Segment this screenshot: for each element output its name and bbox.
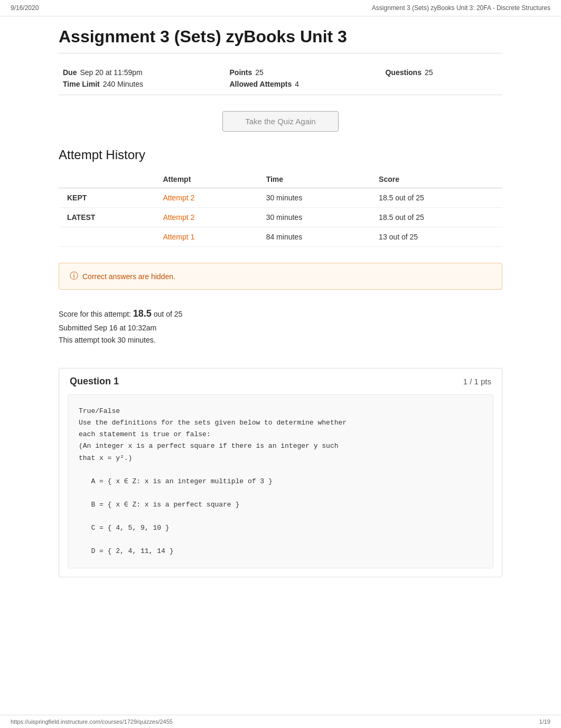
meta-allowed-attempts-label: Allowed Attempts	[230, 80, 292, 88]
attempt-row-attempt[interactable]: Attempt 2	[154, 188, 257, 208]
meta-time-limit-value: 240 Minutes	[103, 80, 143, 88]
attempt-row-label: LATEST	[59, 208, 154, 227]
table-row: Attempt 184 minutes13 out of 25	[59, 227, 502, 247]
score-number: 18.5	[133, 308, 152, 319]
question-1-body: True/False Use the definitions for the s…	[68, 394, 493, 568]
notice-icon: ⓘ	[70, 271, 78, 282]
top-bar-breadcrumb: Assignment 3 (Sets) zyBooks Unit 3: 20FA…	[372, 4, 550, 12]
col-header-attempt: Attempt	[154, 171, 257, 188]
attempt-row-time: 30 minutes	[258, 208, 370, 227]
meta-time-limit-label: Time Limit	[63, 80, 100, 88]
score-section: Score for this attempt: 18.5 out of 25 S…	[59, 300, 502, 357]
meta-allowed-attempts-value: 4	[295, 80, 299, 88]
attempt-row-label	[59, 227, 154, 247]
attempt-row-score: 18.5 out of 25	[370, 188, 502, 208]
attempt-row-attempt[interactable]: Attempt 1	[154, 227, 257, 247]
page-title: Assignment 3 (Sets) zyBooks Unit 3	[59, 27, 502, 53]
meta-due-value: Sep 20 at 11:59pm	[80, 68, 142, 77]
score-out-of: out of 25	[154, 310, 183, 318]
meta-due: Due Sep 20 at 11:59pm	[63, 68, 209, 77]
col-header-label	[59, 171, 154, 188]
col-header-score: Score	[370, 171, 502, 188]
meta-questions: Questions 25	[385, 68, 498, 77]
meta-table: Due Sep 20 at 11:59pm Points 25 Question…	[59, 62, 502, 95]
question-1-header: Question 1 1 / 1 pts	[59, 368, 502, 394]
question-1-points: 1 / 1 pts	[463, 377, 491, 386]
score-label: Score for this attempt:	[59, 310, 131, 318]
meta-allowed-attempts: Allowed Attempts 4	[230, 80, 364, 88]
attempt-row-time: 30 minutes	[258, 188, 370, 208]
meta-points-value: 25	[255, 68, 264, 77]
question-1-title: Question 1	[70, 376, 119, 387]
top-bar-date: 9/16/2020	[11, 4, 39, 12]
attempt-table: Attempt Time Score KEPTAttempt 230 minut…	[59, 171, 502, 247]
meta-due-label: Due	[63, 68, 77, 77]
top-bar: 9/16/2020 Assignment 3 (Sets) zyBooks Un…	[0, 0, 561, 16]
main-content: Assignment 3 (Sets) zyBooks Unit 3 Due S…	[43, 16, 518, 598]
question-1-block: Question 1 1 / 1 pts True/False Use the …	[59, 368, 502, 577]
col-header-time: Time	[258, 171, 370, 188]
attempt-row-time: 84 minutes	[258, 227, 370, 247]
meta-time-limit: Time Limit 240 Minutes	[63, 80, 209, 88]
attempt-row-label: KEPT	[59, 188, 154, 208]
meta-points: Points 25	[230, 68, 364, 77]
notice-text: Correct answers are hidden.	[82, 272, 175, 281]
correct-answers-notice: ⓘ Correct answers are hidden.	[59, 263, 502, 290]
attempt-history-title: Attempt History	[59, 148, 502, 162]
attempt-row-score: 13 out of 25	[370, 227, 502, 247]
take-quiz-button[interactable]: Take the Quiz Again	[222, 111, 339, 132]
attempt-history-section: Attempt History Attempt Time Score KEPTA…	[59, 148, 502, 247]
meta-questions-value: 25	[425, 68, 433, 77]
submitted-line: Submitted Sep 16 at 10:32am	[59, 322, 502, 335]
meta-points-label: Points	[230, 68, 253, 77]
table-row: LATESTAttempt 230 minutes18.5 out of 25	[59, 208, 502, 227]
score-line: Score for this attempt: 18.5 out of 25	[59, 306, 502, 322]
table-row: KEPTAttempt 230 minutes18.5 out of 25	[59, 188, 502, 208]
meta-questions-label: Questions	[385, 68, 421, 77]
duration-line: This attempt took 30 minutes.	[59, 334, 502, 347]
attempt-row-attempt[interactable]: Attempt 2	[154, 208, 257, 227]
attempt-row-score: 18.5 out of 25	[370, 208, 502, 227]
